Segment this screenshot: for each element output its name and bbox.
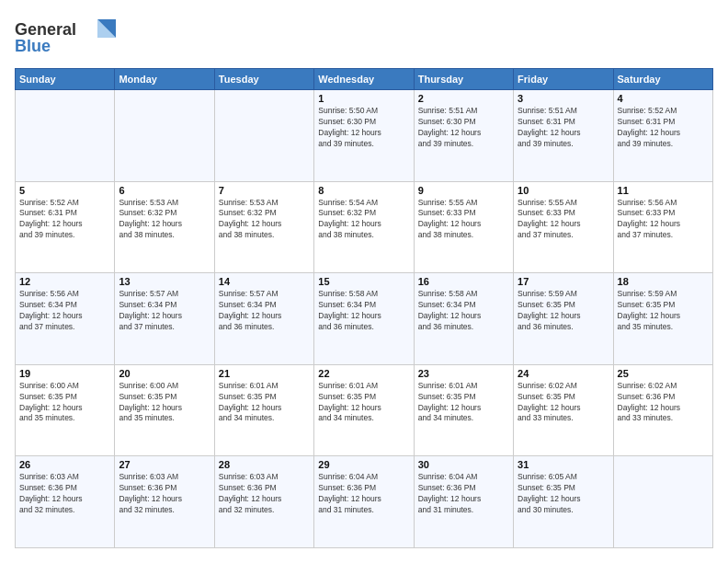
day-number: 23: [418, 368, 509, 379]
day-info: Sunrise: 5:52 AMSunset: 6:31 PMDaylight:…: [618, 106, 709, 150]
day-number: 12: [19, 276, 110, 287]
day-number: 28: [219, 459, 310, 470]
day-info: Sunrise: 6:02 AMSunset: 6:35 PMDaylight:…: [518, 381, 609, 425]
day-number: 5: [19, 185, 110, 196]
calendar-cell: 25Sunrise: 6:02 AMSunset: 6:36 PMDayligh…: [613, 364, 712, 456]
calendar-cell: 26Sunrise: 6:03 AMSunset: 6:36 PMDayligh…: [16, 456, 115, 548]
day-info: Sunrise: 5:58 AMSunset: 6:34 PMDaylight:…: [418, 289, 509, 333]
day-number: 25: [618, 368, 709, 379]
day-number: 9: [418, 185, 509, 196]
calendar-cell: [115, 90, 214, 182]
calendar-cell: 20Sunrise: 6:00 AMSunset: 6:35 PMDayligh…: [115, 364, 214, 456]
page: General Blue SundayMondayTuesdayWednesda…: [0, 0, 728, 563]
calendar-cell: 2Sunrise: 5:51 AMSunset: 6:30 PMDaylight…: [414, 90, 513, 182]
day-info: Sunrise: 6:04 AMSunset: 6:36 PMDaylight:…: [318, 472, 409, 516]
calendar-cell: 17Sunrise: 5:59 AMSunset: 6:35 PMDayligh…: [514, 273, 613, 365]
day-info: Sunrise: 5:53 AMSunset: 6:32 PMDaylight:…: [219, 198, 310, 242]
calendar-cell: [613, 456, 712, 548]
calendar-cell: 14Sunrise: 5:57 AMSunset: 6:34 PMDayligh…: [214, 273, 313, 365]
day-info: Sunrise: 5:51 AMSunset: 6:31 PMDaylight:…: [518, 106, 609, 150]
day-number: 14: [219, 276, 310, 287]
logo-svg: General Blue: [15, 15, 116, 55]
day-number: 31: [518, 459, 609, 470]
day-info: Sunrise: 6:01 AMSunset: 6:35 PMDaylight:…: [418, 381, 509, 425]
calendar-cell: 9Sunrise: 5:55 AMSunset: 6:33 PMDaylight…: [414, 181, 513, 273]
day-info: Sunrise: 6:00 AMSunset: 6:35 PMDaylight:…: [119, 381, 210, 425]
logo: General Blue: [15, 15, 116, 59]
calendar-cell: 28Sunrise: 6:03 AMSunset: 6:36 PMDayligh…: [214, 456, 313, 548]
weekday-header-tuesday: Tuesday: [214, 69, 313, 90]
day-info: Sunrise: 5:57 AMSunset: 6:34 PMDaylight:…: [119, 289, 210, 333]
day-number: 3: [518, 93, 609, 104]
calendar-cell: 24Sunrise: 6:02 AMSunset: 6:35 PMDayligh…: [514, 364, 613, 456]
day-info: Sunrise: 6:02 AMSunset: 6:36 PMDaylight:…: [618, 381, 709, 425]
calendar-cell: 8Sunrise: 5:54 AMSunset: 6:32 PMDaylight…: [314, 181, 414, 273]
day-info: Sunrise: 6:00 AMSunset: 6:35 PMDaylight:…: [19, 381, 110, 425]
calendar-cell: 19Sunrise: 6:00 AMSunset: 6:35 PMDayligh…: [16, 364, 115, 456]
day-info: Sunrise: 5:51 AMSunset: 6:30 PMDaylight:…: [418, 106, 509, 150]
day-info: Sunrise: 6:03 AMSunset: 6:36 PMDaylight:…: [119, 472, 210, 516]
calendar-cell: 13Sunrise: 5:57 AMSunset: 6:34 PMDayligh…: [115, 273, 214, 365]
day-number: 1: [318, 93, 409, 104]
day-number: 11: [618, 185, 709, 196]
day-info: Sunrise: 5:54 AMSunset: 6:32 PMDaylight:…: [318, 198, 409, 242]
calendar-cell: 15Sunrise: 5:58 AMSunset: 6:34 PMDayligh…: [314, 273, 414, 365]
calendar-cell: 10Sunrise: 5:55 AMSunset: 6:33 PMDayligh…: [514, 181, 613, 273]
day-info: Sunrise: 5:56 AMSunset: 6:33 PMDaylight:…: [618, 198, 709, 242]
day-info: Sunrise: 5:58 AMSunset: 6:34 PMDaylight:…: [318, 289, 409, 333]
day-number: 30: [418, 459, 509, 470]
calendar-week-3: 12Sunrise: 5:56 AMSunset: 6:34 PMDayligh…: [16, 273, 713, 365]
day-number: 8: [318, 185, 409, 196]
day-info: Sunrise: 5:57 AMSunset: 6:34 PMDaylight:…: [219, 289, 310, 333]
day-info: Sunrise: 5:52 AMSunset: 6:31 PMDaylight:…: [19, 198, 110, 242]
calendar-cell: 16Sunrise: 5:58 AMSunset: 6:34 PMDayligh…: [414, 273, 513, 365]
day-number: 18: [618, 276, 709, 287]
day-number: 27: [119, 459, 210, 470]
weekday-header-sunday: Sunday: [16, 69, 115, 90]
logo-general: General Blue: [15, 15, 116, 59]
day-number: 10: [518, 185, 609, 196]
day-info: Sunrise: 5:59 AMSunset: 6:35 PMDaylight:…: [518, 289, 609, 333]
weekday-header-wednesday: Wednesday: [314, 69, 414, 90]
day-info: Sunrise: 5:55 AMSunset: 6:33 PMDaylight:…: [418, 198, 509, 242]
calendar-cell: 11Sunrise: 5:56 AMSunset: 6:33 PMDayligh…: [613, 181, 712, 273]
day-number: 15: [318, 276, 409, 287]
calendar-cell: 29Sunrise: 6:04 AMSunset: 6:36 PMDayligh…: [314, 456, 414, 548]
day-number: 17: [518, 276, 609, 287]
calendar-cell: [16, 90, 115, 182]
svg-text:Blue: Blue: [15, 37, 51, 55]
day-info: Sunrise: 6:03 AMSunset: 6:36 PMDaylight:…: [19, 472, 110, 516]
calendar-cell: 30Sunrise: 6:04 AMSunset: 6:36 PMDayligh…: [414, 456, 513, 548]
day-number: 24: [518, 368, 609, 379]
calendar-cell: 23Sunrise: 6:01 AMSunset: 6:35 PMDayligh…: [414, 364, 513, 456]
calendar-cell: 27Sunrise: 6:03 AMSunset: 6:36 PMDayligh…: [115, 456, 214, 548]
calendar-cell: 7Sunrise: 5:53 AMSunset: 6:32 PMDaylight…: [214, 181, 313, 273]
day-number: 2: [418, 93, 509, 104]
day-info: Sunrise: 5:55 AMSunset: 6:33 PMDaylight:…: [518, 198, 609, 242]
day-number: 7: [219, 185, 310, 196]
day-number: 4: [618, 93, 709, 104]
calendar-week-4: 19Sunrise: 6:00 AMSunset: 6:35 PMDayligh…: [16, 364, 713, 456]
day-info: Sunrise: 6:03 AMSunset: 6:36 PMDaylight:…: [219, 472, 310, 516]
weekday-header-saturday: Saturday: [613, 69, 712, 90]
calendar-table: SundayMondayTuesdayWednesdayThursdayFrid…: [15, 68, 713, 548]
calendar-cell: 18Sunrise: 5:59 AMSunset: 6:35 PMDayligh…: [613, 273, 712, 365]
day-number: 19: [19, 368, 110, 379]
day-info: Sunrise: 6:05 AMSunset: 6:35 PMDaylight:…: [518, 472, 609, 516]
day-info: Sunrise: 5:50 AMSunset: 6:30 PMDaylight:…: [318, 106, 409, 150]
calendar-cell: 31Sunrise: 6:05 AMSunset: 6:35 PMDayligh…: [514, 456, 613, 548]
weekday-header-row: SundayMondayTuesdayWednesdayThursdayFrid…: [16, 69, 713, 90]
calendar-cell: 5Sunrise: 5:52 AMSunset: 6:31 PMDaylight…: [16, 181, 115, 273]
svg-text:General: General: [15, 20, 76, 39]
calendar-week-2: 5Sunrise: 5:52 AMSunset: 6:31 PMDaylight…: [16, 181, 713, 273]
day-info: Sunrise: 6:01 AMSunset: 6:35 PMDaylight:…: [219, 381, 310, 425]
day-number: 22: [318, 368, 409, 379]
weekday-header-friday: Friday: [514, 69, 613, 90]
day-info: Sunrise: 6:04 AMSunset: 6:36 PMDaylight:…: [418, 472, 509, 516]
day-info: Sunrise: 5:59 AMSunset: 6:35 PMDaylight:…: [618, 289, 709, 333]
calendar-cell: 6Sunrise: 5:53 AMSunset: 6:32 PMDaylight…: [115, 181, 214, 273]
calendar-cell: 21Sunrise: 6:01 AMSunset: 6:35 PMDayligh…: [214, 364, 313, 456]
day-number: 21: [219, 368, 310, 379]
calendar-cell: 12Sunrise: 5:56 AMSunset: 6:34 PMDayligh…: [16, 273, 115, 365]
day-number: 13: [119, 276, 210, 287]
